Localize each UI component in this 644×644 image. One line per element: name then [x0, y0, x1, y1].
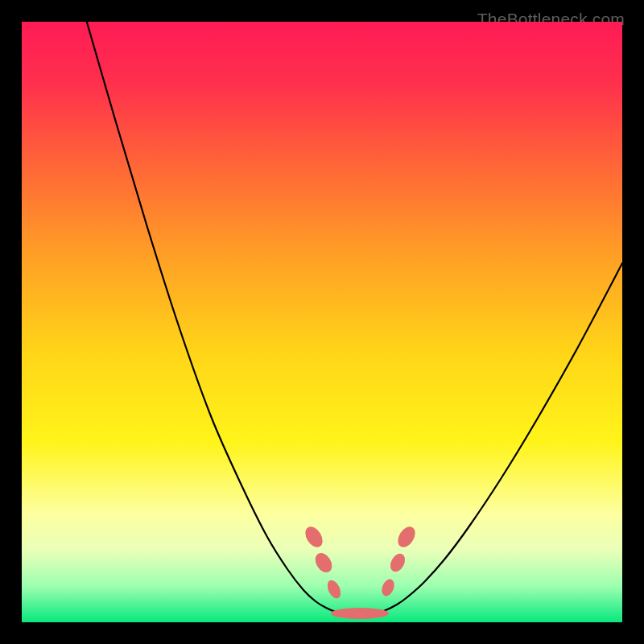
series-right-curve — [376, 263, 622, 613]
plot-area — [22, 22, 622, 622]
marker-right-lower — [387, 551, 407, 575]
marker-right-upper — [394, 523, 419, 550]
marker-bottom-bar — [331, 608, 389, 619]
chart-lines — [82, 22, 622, 615]
chart-frame: TheBottleneck.com — [8, 8, 636, 636]
marker-left-tail — [325, 578, 344, 601]
marker-left-lower — [312, 550, 335, 576]
series-left-curve — [82, 22, 344, 613]
marker-left-upper — [302, 523, 326, 550]
chart-overlay — [22, 22, 622, 622]
marker-right-tail — [379, 577, 396, 598]
